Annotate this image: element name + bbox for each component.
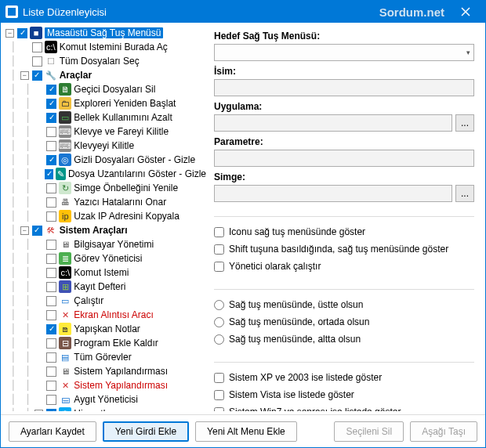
collapse-icon[interactable]: − (5, 29, 14, 38)
tree-item-icon: ✕ (59, 309, 71, 321)
tree-item[interactable]: −■Masaüstü Sağ Tuş Menüsü (5, 26, 206, 40)
tree-item[interactable]: │ │ 🖥Bilgisayar Yönetimi (5, 237, 206, 251)
tree-item[interactable]: │ │ ⊟Program Ekle Kaldır (5, 336, 206, 350)
tree-checkbox[interactable] (46, 310, 56, 320)
icon-browse-button[interactable]: ... (455, 185, 474, 202)
tree-item[interactable]: │ −🛠Sistem Araçları (5, 223, 206, 237)
tree-item[interactable]: │ │ 🖥Sistem Yapılandırması (5, 364, 206, 378)
tree-item[interactable]: │ │ 🖶Yazıcı Hatalarını Onar (5, 195, 206, 209)
tree-item[interactable]: │ │ ✎Dosya Uzantılarını Göster - Gizle (5, 167, 206, 181)
tree-checkbox[interactable] (46, 155, 56, 165)
tree-checkbox[interactable] (46, 338, 56, 349)
tree-item[interactable]: │ │ ⌨Klevye ve Fareyi Kilitle (5, 125, 206, 139)
tree-checkbox[interactable] (46, 409, 56, 412)
move-down-button[interactable]: Aşağı Taşı (410, 421, 477, 442)
tree-item[interactable]: │ │ 🗈Yapışkan Notlar (5, 322, 206, 336)
new-entry-button[interactable]: Yeni Girdi Ekle (103, 421, 189, 442)
tree-spacer (34, 114, 43, 122)
tree-checkbox[interactable] (46, 352, 56, 363)
tree-item[interactable]: │ │ 🗀Exploreri Yeniden Başlat (5, 96, 206, 110)
expand-icon[interactable]: + (34, 410, 43, 412)
close-button[interactable] (451, 1, 481, 23)
tree-item[interactable]: │ │ ✕Sistem Yapılandırması (5, 378, 206, 392)
tree-item-label: Kayıt Defteri (74, 281, 125, 292)
new-submenu-button[interactable]: Yeni Alt Menu Ekle (195, 421, 297, 442)
tree-checkbox[interactable] (46, 85, 56, 95)
target-menu-combo[interactable]: ▾ (214, 44, 474, 61)
tree-item[interactable]: │ ☐Tüm Dosyaları Seç (5, 54, 206, 68)
position-group: Sağ tuş menüsünde, üstte olsun Sağ tuş m… (214, 289, 474, 348)
tree-item-label: Tüm Dosyaları Seç (60, 56, 140, 67)
tree-item[interactable]: │ │ ▭Bellek Kullanımını Azalt (5, 110, 206, 125)
tree-item[interactable]: │ │ ✕Ekran Alıntısı Aracı (5, 308, 206, 322)
tree-checkbox[interactable] (46, 367, 56, 377)
tree-item[interactable]: │ │ 🖴Aygıt Yöneticisi (5, 392, 206, 406)
radio-pos-bot[interactable] (214, 334, 224, 345)
tree-item[interactable]: │ │ +⚙Hizmetler (5, 406, 206, 411)
chk-icon-show[interactable] (214, 227, 224, 237)
tree-checkbox[interactable] (46, 127, 56, 137)
tree-checkbox[interactable] (46, 395, 56, 405)
collapse-icon[interactable]: − (20, 226, 29, 235)
save-button[interactable]: Ayarları Kaydet (9, 421, 96, 442)
chk-admin[interactable] (214, 262, 224, 272)
tree-checkbox[interactable] (32, 226, 42, 236)
tree-checkbox[interactable] (46, 254, 56, 264)
tree-checkbox[interactable] (32, 70, 42, 81)
tree-item[interactable]: │ │ ◎Gizli Dosyaları Göster - Gizle (5, 153, 206, 167)
tree-item-icon: 🛠 (45, 224, 57, 237)
tree-item-icon: ▭ (59, 294, 71, 307)
tree-item[interactable]: │ │ ▭Çalıştır (5, 294, 206, 308)
tree-checkbox[interactable] (46, 296, 56, 306)
tree-item-icon: ⌨ (59, 139, 71, 152)
app-browse-button[interactable]: ... (455, 114, 474, 132)
tree-item[interactable]: │ │ 🗎Geçici Dosyaları Sil (5, 82, 206, 96)
tree-checkbox[interactable] (45, 169, 53, 179)
chk-os-win7[interactable] (214, 407, 224, 412)
tree-checkbox[interactable] (46, 324, 56, 334)
chk-shift[interactable] (214, 244, 224, 255)
tree-checkbox[interactable] (46, 183, 56, 193)
tree-panel[interactable]: −■Masaüstü Sağ Tuş Menüsü │ c:\Komut Ist… (4, 26, 206, 411)
radio-pos-top[interactable] (214, 300, 224, 310)
tree-item[interactable]: │ │ c:\Komut Istemi (5, 266, 206, 280)
tree-item-icon: 🖴 (59, 393, 71, 406)
collapse-icon[interactable]: − (20, 71, 29, 80)
tree-item[interactable]: │ │ ↻Simge Önbelleğini Yenile (5, 181, 206, 195)
param-input[interactable] (214, 150, 474, 167)
tree-checkbox[interactable] (46, 381, 56, 391)
tree-item[interactable]: │ │ ⌨Klevyeyi Kilitle (5, 139, 206, 153)
tree-checkbox[interactable] (17, 28, 27, 38)
app-input[interactable] (214, 114, 452, 132)
tree-item-label: Dosya Uzantılarını Göster - Gizle (68, 168, 206, 179)
tree-item[interactable]: │ −🔧Araçlar (5, 68, 206, 82)
tree-checkbox[interactable] (46, 197, 56, 208)
tree-checkbox[interactable] (46, 141, 56, 151)
tree-checkbox[interactable] (46, 99, 56, 109)
name-label: İsim: (214, 66, 474, 77)
tree-checkbox[interactable] (46, 211, 56, 222)
icon-input[interactable] (214, 185, 452, 202)
tree-spacer (34, 99, 43, 108)
name-input[interactable] (214, 79, 474, 96)
ellipsis-icon: ... (461, 188, 469, 199)
tree-item[interactable]: │ │ ▤Tüm Görevler (5, 350, 206, 364)
tree-spacer (34, 396, 43, 404)
tree-item[interactable]: │ │ ⊞Kayıt Defteri (5, 280, 206, 294)
tree-checkbox[interactable] (46, 113, 56, 123)
tree-item-icon: ▭ (59, 111, 71, 124)
tree-item[interactable]: │ │ ≣Görev Yöneticisi (5, 251, 206, 266)
chk-admin-label: Yönetici olarak çalıştır (229, 261, 321, 272)
chk-icon-show-label: Iconu sağ tuş menüsünde göster (229, 226, 365, 237)
radio-pos-mid[interactable] (214, 317, 224, 327)
tree-checkbox[interactable] (46, 240, 56, 250)
tree-checkbox[interactable] (32, 42, 42, 52)
tree-item[interactable]: │ c:\Komut Istemini Burada Aç (5, 40, 206, 54)
tree-checkbox[interactable] (46, 282, 56, 292)
tree-checkbox[interactable] (46, 268, 56, 278)
chk-os-vista[interactable] (214, 390, 224, 400)
tree-checkbox[interactable] (32, 56, 42, 67)
chk-os-xp[interactable] (214, 373, 224, 383)
tree-item[interactable]: │ │ ipUzak IP Adresini Kopyala (5, 209, 206, 223)
delete-button[interactable]: Seçileni Sil (334, 421, 404, 442)
